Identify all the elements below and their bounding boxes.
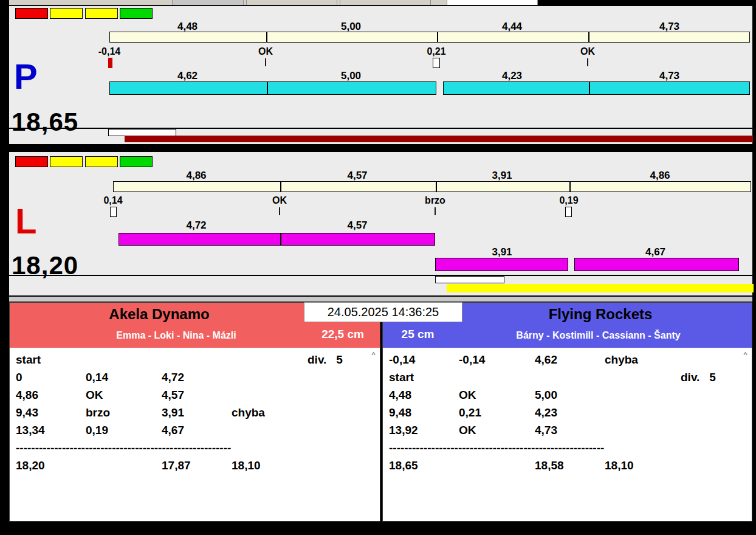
traffic-light-bar xyxy=(15,8,152,19)
changeover-label: 0,19 xyxy=(545,195,593,206)
lane-progress-bar xyxy=(447,284,754,292)
tick-mark xyxy=(587,58,588,66)
table-cell: 4,23 xyxy=(535,406,605,419)
table-cell: 18,10 xyxy=(232,459,308,472)
score-table-left: startdiv. 500,144,724,86OK4,579,43brzo3,… xyxy=(10,348,380,521)
ideal-run-bar xyxy=(109,32,750,43)
actual-run-bar-2 xyxy=(443,81,750,95)
table-cell: 4,72 xyxy=(162,371,232,384)
table-row: 13,340,194,67 xyxy=(16,424,369,441)
run-time-label: 4,67 xyxy=(569,246,742,258)
table-cell: 4,67 xyxy=(162,424,232,437)
table-cell: 0 xyxy=(16,371,86,384)
table-row: startdiv. 5 xyxy=(389,371,741,388)
segment-divider xyxy=(437,32,438,42)
split-time-label: 5,00 xyxy=(266,21,436,33)
table-row: 13,92OK4,73 xyxy=(389,424,741,441)
team-panel-left: Akela Dynamo Emma - Loki - Nina - Mázli … xyxy=(9,302,380,522)
table-row: 9,43brzo3,91chyba xyxy=(16,406,369,424)
toolbar-button-fragment-2[interactable] xyxy=(246,0,337,5)
segment-divider xyxy=(589,82,590,94)
table-cell: 9,48 xyxy=(389,406,459,419)
table-cell: 18,10 xyxy=(605,459,681,472)
run-time-label: 4,23 xyxy=(436,70,588,82)
actual-run-bar-1 xyxy=(109,81,436,95)
split-time-label: 4,73 xyxy=(588,21,751,33)
red-light-block xyxy=(15,156,48,167)
table-cell: brzo xyxy=(86,406,162,419)
ideal-run-bar xyxy=(113,181,751,192)
split-time-label: 4,86 xyxy=(569,170,751,182)
timestamp: 24.05.2025 14:36:25 xyxy=(304,302,462,322)
lane-progress-bar xyxy=(125,136,753,142)
green-light-block xyxy=(120,8,153,19)
yellow-light-block xyxy=(50,8,83,19)
scrollbar-up-arrow[interactable]: ^ xyxy=(741,350,750,359)
table-cell: OK xyxy=(86,388,162,402)
table-cell: chyba xyxy=(232,406,308,419)
split-time-label: 4,48 xyxy=(109,21,266,33)
changeover-marker xyxy=(110,207,117,217)
changeover-label: OK xyxy=(241,46,290,57)
table-row: 18,2017,8718,10 xyxy=(16,459,369,477)
divider-line xyxy=(9,275,752,276)
table-cell: 4,48 xyxy=(389,388,459,402)
split-time-label: 4,57 xyxy=(280,170,435,182)
table-cell: 4,57 xyxy=(162,388,232,402)
split-time-label: 3,91 xyxy=(435,170,569,182)
changeover-label: brzo xyxy=(411,195,459,206)
table-cell: 0,14 xyxy=(86,371,162,384)
score-table-right: -0,14-0,144,62chybastartdiv. 54,48OK5,00… xyxy=(383,348,752,521)
toolbar-field-fragment[interactable] xyxy=(447,0,538,5)
changeover-marker xyxy=(565,207,572,217)
results-section: Akela Dynamo Emma - Loki - Nina - Mázli … xyxy=(9,302,752,522)
table-cell: 9,43 xyxy=(16,406,86,419)
toolbar-button-fragment[interactable] xyxy=(172,0,244,5)
red-light-block xyxy=(15,8,48,19)
segment-divider xyxy=(280,233,281,245)
segment-divider xyxy=(588,32,589,42)
changeover-label: 0,14 xyxy=(89,195,137,206)
lane-panel-p: 4,48 5,00 4,44 4,73 -0,14 OK 0,21 OK 4,6… xyxy=(9,6,752,144)
table-cell: 18,58 xyxy=(535,459,605,472)
table-cell: 13,92 xyxy=(389,424,459,437)
table-cell: 18,20 xyxy=(16,459,86,472)
lane-letter: L xyxy=(15,204,36,238)
run-time-label: 4,62 xyxy=(109,70,266,82)
table-cell: -0,14 xyxy=(389,353,459,367)
table-row: 00,144,72 xyxy=(16,371,369,388)
segment-divider xyxy=(280,182,281,192)
team-members: Bárny - Kostimill - Cassiann - Šanty xyxy=(444,330,753,341)
table-row: -0,14-0,144,62chyba xyxy=(389,353,741,371)
jump-height: 22,5 cm xyxy=(306,328,379,341)
jump-height: 25 cm xyxy=(389,328,447,341)
progress-marker xyxy=(435,276,504,283)
separator-dashes: ----------------------------------------… xyxy=(389,441,741,455)
table-cell: OK xyxy=(459,388,535,402)
toolbar-button-fragment-3[interactable] xyxy=(340,0,431,5)
team-panel-right: Flying Rockets Bárny - Kostimill - Cassi… xyxy=(382,302,752,522)
table-row: startdiv. 5 xyxy=(16,353,369,371)
actual-run-bar-1 xyxy=(119,233,435,246)
tick-mark xyxy=(279,207,280,215)
scrollbar-up-arrow[interactable]: ^ xyxy=(369,350,378,359)
section-divider xyxy=(9,296,752,302)
run-time-label: 4,73 xyxy=(588,70,751,82)
run-time-label: 4,57 xyxy=(280,219,435,232)
changeover-label: 0,21 xyxy=(412,46,461,57)
changeover-marker xyxy=(433,58,440,68)
lane-letter: P xyxy=(14,60,38,93)
lane-panel-l: 4,86 4,57 3,91 4,86 0,14 OK brzo 0,19 4,… xyxy=(9,152,752,295)
changeover-label: -0,14 xyxy=(85,46,134,57)
traffic-light-bar xyxy=(15,156,152,167)
green-light-block xyxy=(120,156,153,167)
table-row: 18,6518,5818,10 xyxy=(389,459,741,477)
table-cell: OK xyxy=(459,424,535,437)
yellow-light-block xyxy=(50,156,83,167)
table-cell: 3,91 xyxy=(162,406,232,419)
table-cell: div. 5 xyxy=(681,371,741,384)
table-cell: 0,19 xyxy=(86,424,162,437)
start-fault-marker xyxy=(108,58,112,68)
run-time-label: 5,00 xyxy=(266,70,436,82)
table-cell: 17,87 xyxy=(162,459,232,472)
